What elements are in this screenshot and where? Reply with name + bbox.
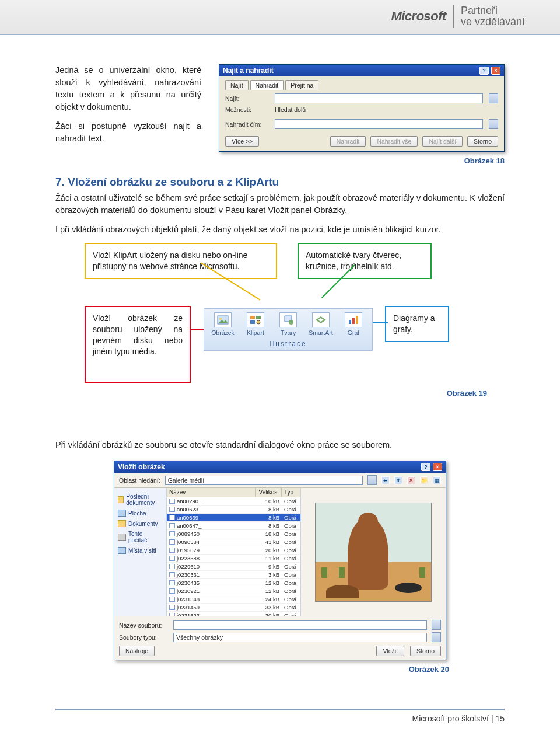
find-input[interactable] xyxy=(275,93,483,103)
section-title: Vložení obrázku ze souboru a z KlipArtu xyxy=(68,176,279,188)
ribbon-picture-button[interactable]: Obrázek xyxy=(209,312,237,336)
col-size[interactable]: Velikost xyxy=(256,488,282,497)
file-icon xyxy=(169,499,175,504)
filetype-combo[interactable]: Všechny obrázky xyxy=(173,633,427,642)
filename-input[interactable] xyxy=(173,620,427,630)
clipart-icon xyxy=(247,312,264,327)
insert-picture-dialog: Vložit obrázek ? × Oblast hledání: Galer… xyxy=(114,461,446,660)
col-name[interactable]: Název xyxy=(167,488,256,497)
file-list[interactable]: Název Velikost Typ an00290_10 kBObráan00… xyxy=(167,488,301,616)
file-icon xyxy=(169,515,175,520)
filename-dropdown-icon[interactable] xyxy=(432,620,441,630)
file-icon xyxy=(169,597,175,602)
footer-rule xyxy=(55,709,505,710)
file-icon xyxy=(169,564,175,569)
brand-subtitle: Partneři ve vzdělávání xyxy=(461,5,525,27)
file-row[interactable]: an00290_10 kBObrá xyxy=(167,497,300,506)
file-row[interactable]: j019507920 kBObrá xyxy=(167,546,300,555)
ribbon-shapes-button[interactable]: Tvary xyxy=(274,312,302,336)
places-desktop[interactable]: Plocha xyxy=(117,508,164,518)
find-next-button[interactable]: Najít další xyxy=(422,136,463,147)
newfolder-icon[interactable]: 📁 xyxy=(420,476,428,484)
file-row[interactable]: j02303313 kBObrá xyxy=(167,571,300,579)
file-row[interactable]: j023152330 kBObrá xyxy=(167,612,300,616)
cancel-button-2[interactable]: Storno xyxy=(410,646,441,656)
replace-all-button[interactable]: Nahradit vše xyxy=(370,136,418,147)
svg-rect-9 xyxy=(356,316,358,324)
callout-picture: Vloží obrázek ze souboru uložený na pevn… xyxy=(85,306,191,383)
callout-clipart: Vloží KlipArt uložený na disku nebo on-l… xyxy=(85,243,277,279)
back-icon[interactable]: ⬅ xyxy=(382,476,390,484)
file-row[interactable]: j023134824 kBObrá xyxy=(167,595,300,604)
smartart-icon xyxy=(312,312,330,327)
options-label: Možnosti: xyxy=(225,106,269,113)
file-icon xyxy=(169,588,175,594)
ribbon-chart-label: Graf xyxy=(348,329,359,336)
callout-chart: Diagramy a grafy. xyxy=(385,306,449,342)
shapes-icon xyxy=(279,312,297,327)
connector-blue xyxy=(370,322,388,323)
places-computer[interactable]: Tento počítač xyxy=(117,529,164,545)
close-icon[interactable]: × xyxy=(491,67,501,75)
help-icon[interactable]: ? xyxy=(421,463,430,471)
microsoft-logo: Microsoft xyxy=(391,9,446,24)
tools-button[interactable]: Nástroje xyxy=(119,646,155,656)
col-type[interactable]: Typ xyxy=(282,488,300,497)
options-value: Hledat dolů xyxy=(275,106,306,113)
file-row[interactable]: j02296109 kBObrá xyxy=(167,563,300,571)
file-row[interactable]: j023145933 kBObrá xyxy=(167,604,300,612)
svg-point-5 xyxy=(257,320,260,324)
replace-dropdown-icon[interactable] xyxy=(489,119,498,129)
file-icon xyxy=(169,548,175,553)
file-icon xyxy=(169,531,175,536)
file-row[interactable]: j008945018 kBObrá xyxy=(167,530,300,538)
cancel-button[interactable]: Storno xyxy=(467,136,498,147)
network-icon xyxy=(118,547,126,554)
tab-goto[interactable]: Přejít na xyxy=(285,80,318,90)
places-bar: Poslední dokumenty Plocha Dokumenty Tent… xyxy=(114,488,167,616)
file-row[interactable]: j023092112 kBObrá xyxy=(167,587,300,595)
filetype-label: Soubory typu: xyxy=(119,634,169,641)
ribbon-shapes-label: Tvary xyxy=(281,329,296,336)
replace-input[interactable] xyxy=(275,119,483,129)
preview-image xyxy=(315,503,432,602)
file-row[interactable]: j023043512 kBObrá xyxy=(167,579,300,587)
dialog-title: Najít a nahradit xyxy=(223,67,274,75)
folder-icon xyxy=(118,496,124,503)
help-icon[interactable]: ? xyxy=(480,67,489,75)
ribbon-chart-button[interactable]: Graf xyxy=(340,312,368,336)
more-button[interactable]: Více >> xyxy=(225,136,259,147)
replace-button[interactable]: Nahradit xyxy=(330,136,366,147)
dialog2-title: Vložit obrázek xyxy=(118,463,165,471)
svg-point-6 xyxy=(289,320,293,325)
picture-icon xyxy=(214,312,232,327)
views-icon[interactable]: ▦ xyxy=(433,476,441,484)
ribbon-clipart-label: Klipart xyxy=(247,329,264,336)
file-row[interactable]: an00647_8 kBObrá xyxy=(167,522,300,530)
after-illus-paragraph: Při vkládání obrázků ze souboru se otevř… xyxy=(55,439,505,451)
chart-icon xyxy=(345,312,362,327)
delete-icon[interactable]: ✕ xyxy=(407,476,415,484)
ribbon-illustrations-group: Obrázek Klipart Tvary xyxy=(204,308,373,351)
places-recent[interactable]: Poslední dokumenty xyxy=(117,491,164,508)
ribbon-smartart-button[interactable]: SmartArt xyxy=(307,312,335,336)
tab-replace[interactable]: Nahradit xyxy=(250,80,284,90)
tab-find[interactable]: Najít xyxy=(225,80,249,90)
desktop-icon xyxy=(118,510,126,517)
places-network[interactable]: Místa v síti xyxy=(117,545,164,556)
filetype-dropdown-icon[interactable] xyxy=(432,632,441,642)
file-row[interactable]: j009038443 kBObrá xyxy=(167,538,300,546)
close-icon[interactable]: × xyxy=(433,463,442,471)
lookin-combo[interactable]: Galerie médií xyxy=(165,476,363,485)
lookin-dropdown-icon[interactable] xyxy=(368,475,377,485)
insert-button[interactable]: Vložit xyxy=(376,646,404,656)
file-row[interactable]: j022358811 kBObrá xyxy=(167,555,300,563)
file-row[interactable]: an006238 kBObrá xyxy=(167,506,300,514)
find-dropdown-icon[interactable] xyxy=(489,93,498,103)
places-documents[interactable]: Dokumenty xyxy=(117,518,164,529)
up-icon[interactable]: ⬆ xyxy=(394,476,402,484)
svg-point-1 xyxy=(219,318,222,320)
file-row[interactable]: an006398 kBObrá xyxy=(167,514,300,522)
find-label: Najít: xyxy=(225,95,269,102)
ribbon-clipart-button[interactable]: Klipart xyxy=(242,312,270,336)
